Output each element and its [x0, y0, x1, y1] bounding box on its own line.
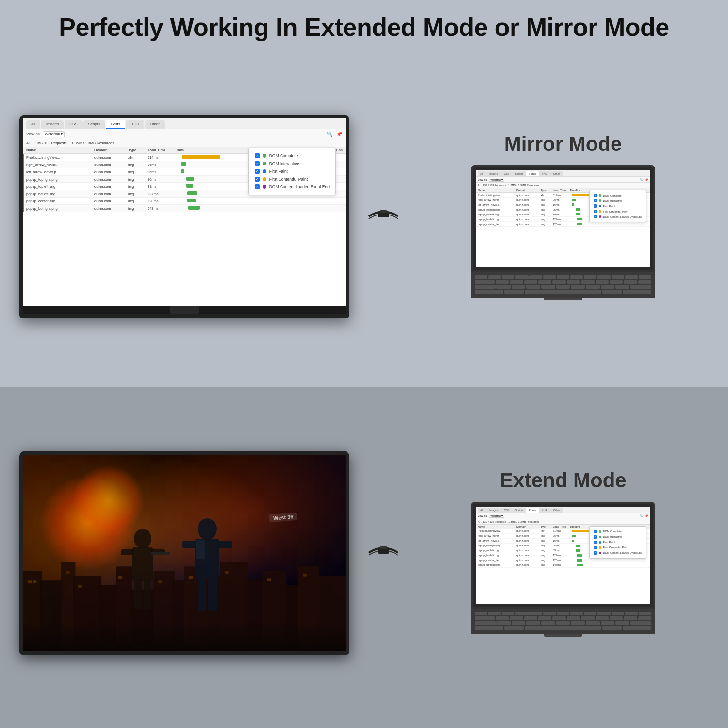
- monitor-screen: All Images CSS Scripts Fonts XHR Other V…: [23, 118, 346, 306]
- resources-size: 1.3MB / 1.3MB Resources: [71, 141, 114, 145]
- tab-all[interactable]: All: [26, 120, 40, 129]
- character-2: [168, 514, 256, 631]
- mirror-mode-label: Mirror Mode: [504, 132, 622, 156]
- svg-point-29: [134, 529, 151, 548]
- svg-rect-22: [78, 585, 82, 588]
- small-dropdown-item-b: ✓ DOM Interactive: [594, 534, 642, 540]
- dot-dom-complete: [263, 154, 266, 158]
- small-tab-all-b: All: [478, 508, 486, 513]
- small-tab-fonts-b: Fonts: [526, 508, 539, 513]
- svg-rect-30: [132, 547, 153, 581]
- svg-rect-35: [151, 552, 170, 555]
- tab-fonts[interactable]: Fonts: [106, 120, 125, 129]
- cable-svg-top: [364, 197, 403, 236]
- svg-rect-19: [28, 580, 32, 583]
- laptop-screen-inner-top: All Images CSS Scripts Fonts XHR Other V: [476, 170, 650, 267]
- small-dropdown-item: ✓ DOM Complete: [594, 193, 642, 198]
- small-tab-all: All: [478, 171, 486, 176]
- small-dropdown-item: ✓ First Paint: [594, 203, 642, 209]
- main-container: Perfectly Working In Extended Mode or Mi…: [0, 0, 728, 728]
- label-dom-content-loaded: DOM Content Loaded Event End: [269, 184, 330, 189]
- svg-rect-39: [217, 541, 232, 548]
- small-toolbar-bottom: View as Waterfall ▾ 🔍 📌: [476, 513, 650, 519]
- char-svg-2: [168, 514, 256, 631]
- laptop-hinge-top: [544, 298, 582, 300]
- header: Perfectly Working In Extended Mode or Mi…: [0, 0, 728, 51]
- svg-rect-42: [196, 540, 205, 559]
- dropdown-item-first-paint: ✓ First Paint: [255, 167, 330, 175]
- label-first-paint: First Paint: [269, 169, 288, 174]
- browser-ui: All Images CSS Scripts Fonts XHR Other V…: [23, 118, 346, 306]
- col-loadtime: Load Time: [148, 148, 177, 152]
- small-browser-bottom: All Images CSS Scripts Fonts XHR Other V: [476, 507, 650, 604]
- small-tabs-bottom: All Images CSS Scripts Fonts XHR Other: [476, 507, 650, 513]
- dot-dom-interactive: [263, 162, 266, 165]
- small-tab-scripts: Scripts: [512, 171, 526, 176]
- small-dropdown-bottom: ✓ DOM Complete ✓ DOM Interactive: [589, 526, 646, 559]
- view-as-label: View as: [26, 132, 40, 136]
- browser-stats: All 139 / 139 Requests 1.3MB / 1.3MB Res…: [23, 139, 346, 147]
- small-dropdown-top: ✓ DOM Complete ✓ DOM Interactive: [589, 190, 646, 222]
- svg-rect-20: [33, 580, 37, 583]
- kbd-row-b: [475, 616, 651, 620]
- tab-scripts[interactable]: Scripts: [83, 120, 105, 129]
- dropdown-overlay: ✓ DOM Complete ✓ DOM Interactive ✓: [248, 148, 336, 195]
- small-stats-bottom: All 139 / 139 Requests 1.3MB / 1.3MB Res…: [476, 519, 650, 525]
- tab-images[interactable]: Images: [41, 120, 64, 129]
- pin-icon[interactable]: 📌: [336, 131, 343, 137]
- col-1600ms: 1.6s: [335, 148, 343, 152]
- dot-dom-content-loaded: [263, 185, 266, 189]
- cable-svg-bottom: [364, 533, 403, 572]
- search-icon[interactable]: 🔍: [326, 131, 333, 137]
- dropdown-item-first-contentful: ✓ First Contentful Paint: [255, 175, 330, 183]
- mirror-mode-right: Mirror Mode All Images CSS Scr: [417, 132, 709, 300]
- label-first-contentful: First Contentful Paint: [269, 177, 308, 182]
- checkbox-first-contentful[interactable]: ✓: [255, 177, 260, 182]
- laptop-top: All Images CSS Scripts Fonts XHR Other V: [471, 165, 655, 300]
- svg-rect-40: [198, 577, 206, 611]
- laptop-hinge-bottom: [544, 634, 582, 637]
- svg-point-36: [198, 518, 217, 540]
- small-dropdown-item: ✓ DOM Content Loaded Event End: [594, 214, 642, 219]
- dot-first-paint: [263, 169, 266, 173]
- extend-mode-right: Extend Mode All Images CSS Scripts: [417, 469, 709, 637]
- ground: [23, 621, 346, 651]
- sections: All Images CSS Scripts Fonts XHR Other V…: [0, 51, 728, 728]
- small-tab-xhr: XHR: [539, 171, 550, 176]
- dropdown-item-dom-complete: ✓ DOM Complete: [255, 152, 330, 160]
- small-table-row-b: popup_center_tile... quinn.comimg120ms: [476, 558, 650, 563]
- game-background: West 36: [23, 455, 346, 651]
- small-tab-scripts-b: Scripts: [512, 508, 526, 513]
- small-dropdown-item: ✓ First Contentful Paint: [594, 209, 642, 214]
- svg-rect-1: [380, 210, 387, 213]
- tab-other[interactable]: Other: [145, 120, 165, 129]
- small-table-row-b: popup_botright.png quinn.comimg143ms: [476, 563, 650, 568]
- svg-rect-28: [303, 573, 307, 576]
- checkbox-first-paint[interactable]: ✓: [255, 169, 260, 174]
- small-tab-css-b: CSS: [501, 508, 512, 513]
- laptop-screen-inner-bottom: All Images CSS Scripts Fonts XHR Other V: [476, 507, 650, 604]
- svg-rect-21: [66, 571, 70, 574]
- svg-rect-34: [144, 580, 151, 609]
- checkbox-dom-complete[interactable]: ✓: [255, 153, 260, 158]
- mirror-mode-section: All Images CSS Scripts Fonts XHR Other V…: [0, 51, 728, 387]
- svg-rect-27: [267, 578, 271, 581]
- keyboard-bottom: [471, 609, 655, 634]
- small-tab-other: Other: [550, 171, 563, 176]
- small-dropdown-item-b: ✓ First Contentful Paint: [594, 545, 642, 550]
- col-name: Name: [26, 148, 94, 152]
- laptop-bottom: All Images CSS Scripts Fonts XHR Other V: [471, 502, 655, 637]
- monitor-stand: [170, 306, 199, 314]
- checkbox-dom-interactive[interactable]: ✓: [255, 161, 260, 166]
- kbd-row: [475, 280, 651, 284]
- small-tab-images: Images: [486, 171, 501, 176]
- kbd-row: [475, 275, 651, 279]
- small-tab-images-b: Images: [486, 508, 501, 513]
- tab-xhr[interactable]: XHR: [126, 120, 144, 129]
- tab-css[interactable]: CSS: [65, 120, 82, 129]
- laptop-screen-outer-bottom: All Images CSS Scripts Fonts XHR Other V: [471, 502, 655, 609]
- label-dom-complete: DOM Complete: [269, 153, 298, 158]
- view-as-select[interactable]: Waterfall ▾: [43, 131, 65, 137]
- extend-mode-label: Extend Mode: [499, 469, 626, 492]
- checkbox-dom-content-loaded[interactable]: ✓: [255, 184, 260, 189]
